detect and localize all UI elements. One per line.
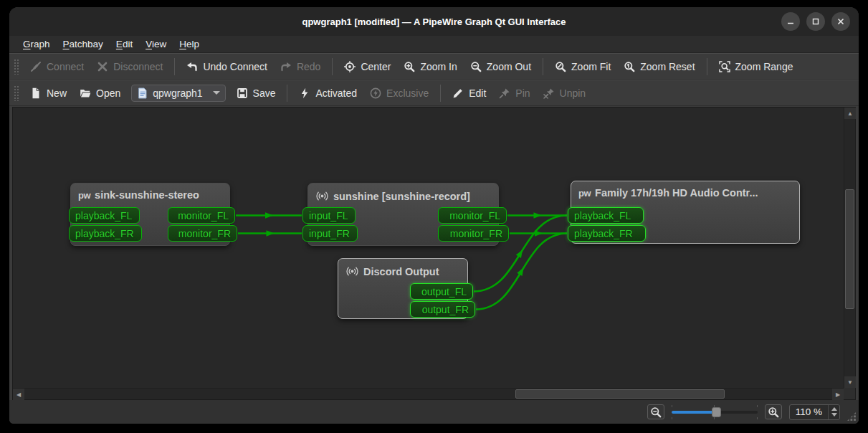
toolbar-file: NewOpenqpwgraph1SaveActivatedExclusiveEd… [9, 80, 859, 106]
port-playback_FR[interactable]: playback_FR [568, 225, 646, 242]
edit-pencil-icon [452, 87, 464, 99]
zoom-slider-fill [672, 411, 716, 414]
menu-item-graph[interactable]: Graph [16, 37, 57, 51]
menu-item-edit[interactable]: Edit [110, 37, 139, 51]
slider-tick [672, 405, 672, 407]
chevron-down-icon [213, 91, 220, 95]
zoom-percent-spinbox[interactable]: 110 % [789, 404, 840, 420]
minimize-button[interactable] [781, 12, 800, 31]
zoom-in-button[interactable]: Zoom In [397, 58, 463, 75]
port-input_FR[interactable]: input_FR [302, 225, 358, 242]
port-monitor_FL[interactable]: monitor_FL [168, 207, 235, 224]
port-playback_FR[interactable]: playback_FR [69, 225, 142, 242]
redo-button[interactable]: Redo [274, 58, 327, 75]
maximize-button[interactable] [806, 12, 825, 31]
zoom-reset-button[interactable]: Zoom Reset [617, 58, 701, 75]
new-file-icon [30, 87, 42, 99]
port-playback_FL[interactable]: playback_FL [69, 207, 140, 224]
pin-button[interactable]: Pin [492, 85, 536, 102]
slider-tick [757, 417, 758, 419]
scroll-up-button[interactable]: ▲ [844, 108, 856, 119]
pin-icon [499, 87, 510, 99]
node-title-text: sunshine [sunshine-record] [333, 191, 470, 202]
new-button[interactable]: New [24, 85, 73, 102]
node-title: Discord Output [338, 259, 467, 284]
port-playback_FL[interactable]: playback_FL [568, 207, 644, 224]
scroll-right-button[interactable]: ▶ [832, 389, 844, 400]
toolbar-edit: ConnectDisconnectUndo ConnectRedoCenterZ… [9, 53, 859, 80]
scroll-down-button[interactable]: ▼ [844, 376, 856, 388]
graph-canvas[interactable]: pwsink-sunshine-stereoplayback_FLplaybac… [13, 108, 844, 388]
horizontal-scrollbar[interactable]: ◀ ▶ [13, 388, 844, 399]
zoom-slider[interactable] [672, 405, 758, 419]
port-monitor_FL[interactable]: monitor_FL [438, 207, 507, 224]
statusbar-zoom-in-button[interactable] [765, 404, 782, 419]
save-icon [237, 87, 248, 99]
zoom-range-button[interactable]: Zoom Range [712, 58, 800, 75]
port-monitor_FR[interactable]: monitor_FR [438, 225, 509, 242]
zoom-out-button[interactable]: Zoom Out [464, 58, 538, 75]
pipewire-icon: pw [578, 188, 591, 199]
node-title: pwsink-sunshine-stereo [71, 184, 229, 206]
port-output_FR[interactable]: output_FR [410, 301, 475, 318]
toolbar-separator [174, 58, 175, 75]
menu-item-help[interactable]: Help [173, 37, 206, 51]
vertical-scroll-thumb[interactable] [845, 189, 854, 309]
zoom-out-label: Zoom Out [487, 61, 531, 72]
connections-layer [13, 108, 844, 388]
unpin-label: Unpin [560, 87, 586, 99]
spinbox-arrows [828, 405, 839, 419]
exclusive-button[interactable]: Exclusive [363, 85, 435, 102]
center-button[interactable]: Center [338, 58, 397, 75]
undo-connect-button[interactable]: Undo Connect [180, 58, 274, 75]
zoom-fit-button[interactable]: Zoom Fit [548, 58, 617, 75]
disconnect-button[interactable]: Disconnect [90, 58, 169, 75]
connection-arrow-icon [534, 212, 542, 218]
connect-button[interactable]: Connect [24, 58, 90, 75]
slider-tick [714, 417, 715, 419]
toolbar-separator [332, 58, 333, 75]
pipewire-icon: pw [78, 190, 90, 201]
slider-tick [714, 405, 715, 407]
menu-item-view[interactable]: View [139, 37, 173, 51]
port-input_FL[interactable]: input_FL [302, 207, 356, 224]
node-title-text: Discord Output [363, 266, 439, 277]
new-label: New [47, 87, 67, 99]
toolbar-drag-handle[interactable] [14, 85, 19, 101]
disconnect-label: Disconnect [113, 61, 163, 72]
zoom-reset-label: Zoom Reset [640, 61, 695, 72]
spin-down-button[interactable] [831, 413, 837, 417]
connect-icon [30, 61, 42, 72]
port-monitor_FR[interactable]: monitor_FR [168, 225, 237, 242]
spin-up-button[interactable] [831, 407, 837, 411]
unpin-button[interactable]: Unpin [537, 85, 593, 102]
patchbay-selector-combo[interactable]: qpwgraph1 [131, 85, 225, 102]
close-button[interactable] [831, 12, 850, 31]
port-output_FL[interactable]: output_FL [410, 283, 473, 300]
node-title-text: Family 17h/19h HD Audio Contr... [595, 187, 758, 199]
open-label: Open [96, 87, 120, 99]
slider-tick [757, 405, 758, 407]
redo-label: Redo [297, 61, 320, 72]
save-button[interactable]: Save [230, 85, 282, 102]
zoom-out-icon [470, 61, 482, 72]
vertical-scrollbar[interactable]: ▲ ▼ [844, 108, 855, 388]
menu-item-patchbay[interactable]: Patchbay [57, 37, 110, 51]
zoom-slider-handle[interactable] [712, 407, 721, 417]
horizontal-scroll-thumb[interactable] [515, 389, 725, 399]
edit-label: Edit [469, 87, 486, 99]
open-button[interactable]: Open [73, 85, 127, 102]
menu-bar: GraphPatchbayEditViewHelp [9, 36, 859, 53]
toolbar-separator [440, 85, 441, 102]
connection-arrow-icon [265, 212, 273, 218]
connect-label: Connect [47, 61, 84, 72]
scroll-left-button[interactable]: ◀ [13, 389, 24, 400]
toolbar-drag-handle[interactable] [14, 59, 19, 75]
title-bar[interactable]: qpwgraph1 [modified] — A PipeWire Graph … [9, 7, 859, 36]
zoom-fit-label: Zoom Fit [571, 61, 611, 72]
activated-button[interactable]: Activated [292, 85, 363, 102]
statusbar-zoom-out-button[interactable] [647, 404, 664, 419]
resize-grip-icon[interactable] [846, 411, 857, 422]
center-icon [344, 61, 356, 72]
edit-button[interactable]: Edit [446, 85, 492, 102]
